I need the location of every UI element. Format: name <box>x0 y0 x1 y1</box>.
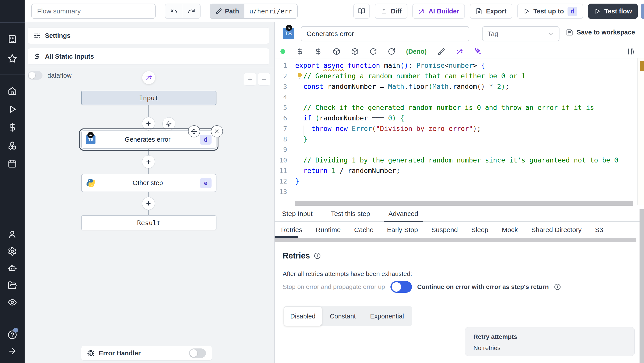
subtab-mock[interactable]: Mock <box>502 222 518 238</box>
flow-input-node[interactable]: Input <box>81 91 216 105</box>
code-line-4[interactable]: 4 <box>274 92 637 102</box>
retry-strategy-exponential[interactable]: Exponential <box>364 313 410 320</box>
error-handler-card[interactable]: Error Handler <box>81 346 212 360</box>
redo-button[interactable] <box>183 4 200 18</box>
library-icon[interactable] <box>627 48 635 56</box>
package-icon[interactable] <box>351 48 359 55</box>
zoom-in-button[interactable] <box>244 73 256 86</box>
deploy-button-partial[interactable] <box>641 4 644 19</box>
move-step-button[interactable] <box>188 125 200 137</box>
flow-summary-input[interactable] <box>31 4 156 19</box>
robot-icon[interactable] <box>6 262 18 275</box>
tag-select[interactable]: Tag <box>482 26 560 41</box>
line-number: 3 <box>274 83 287 90</box>
code-editor[interactable]: 1export async function main(): Promise<n… <box>274 58 644 206</box>
dollar-icon[interactable] <box>314 48 322 55</box>
package-icon[interactable] <box>333 48 340 55</box>
help-icon[interactable] <box>6 328 18 341</box>
error-behavior-toggle[interactable] <box>390 281 412 293</box>
wand-icon[interactable] <box>456 48 463 55</box>
dollar-icon[interactable] <box>6 121 18 134</box>
building-icon[interactable] <box>6 33 18 46</box>
code-line-1[interactable]: 1export async function main(): Promise<n… <box>274 60 637 71</box>
code-line-8[interactable]: 8 } <box>274 134 637 144</box>
gear-icon[interactable] <box>6 245 18 258</box>
code-line-3[interactable]: 3 const randomNumber = Math.floor(Math.r… <box>274 81 637 92</box>
brush-icon[interactable] <box>438 48 445 55</box>
subtab-s3[interactable]: S3 <box>595 222 603 238</box>
path-value[interactable]: u/henri/err <box>244 4 297 18</box>
tab-advanced[interactable]: Advanced <box>387 206 420 222</box>
flow-step-other-step[interactable]: Other step e <box>81 174 216 192</box>
zoom-out-button[interactable] <box>258 73 270 86</box>
flow-ai-wand-button[interactable] <box>142 71 155 84</box>
code-line-13[interactable]: 13 <box>274 186 637 197</box>
path-edit-button[interactable]: Path <box>210 4 244 18</box>
dataflow-toggle[interactable] <box>28 71 42 80</box>
windmill-logo-icon[interactable] <box>5 5 19 18</box>
subtab-shared-directory[interactable]: Shared Directory <box>531 222 582 238</box>
code-line-11[interactable]: 11 return 1 / randomNumber; <box>274 165 637 176</box>
line-number: 5 <box>274 104 287 111</box>
export-button[interactable]: Export <box>470 4 512 19</box>
code-line-12[interactable]: 12} <box>274 176 637 186</box>
subtab-runtime[interactable]: Runtime <box>316 222 341 238</box>
subtab-early-stop[interactable]: Early Stop <box>387 222 418 238</box>
subtab-suspend[interactable]: Suspend <box>431 222 458 238</box>
home-icon[interactable] <box>6 85 18 97</box>
topbar: Path u/henri/err Diff AI Builder Export … <box>24 0 644 22</box>
add-step-button[interactable] <box>142 155 155 168</box>
eye-icon[interactable] <box>6 296 18 309</box>
folder-icon[interactable] <box>6 279 18 292</box>
add-step-button[interactable] <box>142 197 155 210</box>
flow-settings-button[interactable]: Settings <box>28 27 269 44</box>
retry-strategy-disabled[interactable]: Disabled <box>284 307 322 326</box>
info-icon[interactable] <box>554 283 561 290</box>
dollar-icon[interactable] <box>296 48 304 55</box>
tab-test-this-step[interactable]: Test this step <box>330 206 372 222</box>
step-name-input[interactable] <box>301 26 469 41</box>
flow-result-node[interactable]: Result <box>81 215 216 230</box>
subtab-cache[interactable]: Cache <box>354 222 374 238</box>
code-line-5[interactable]: 5 // Check if the generated random numbe… <box>274 102 637 113</box>
code-line-2[interactable]: 2 // Generating a random number that can… <box>274 71 637 81</box>
rotate-icon[interactable] <box>388 48 395 55</box>
cubes-icon[interactable] <box>6 139 18 152</box>
editor-horizontal-scrollbar[interactable] <box>295 201 633 206</box>
subtab-retries[interactable]: Retries <box>281 222 302 238</box>
test-flow-button[interactable]: Test flow <box>588 4 638 19</box>
error-handler-toggle[interactable] <box>189 348 206 358</box>
subtab-sleep[interactable]: Sleep <box>471 222 488 238</box>
ai-builder-button[interactable]: AI Builder <box>412 4 465 19</box>
sparkles-icon[interactable] <box>474 48 482 55</box>
subtabs-scrollbar[interactable] <box>274 238 636 242</box>
tab-step-input[interactable]: Step Input <box>281 206 314 222</box>
save-to-workspace-button[interactable]: Save to workspace <box>566 29 635 36</box>
docs-button[interactable] <box>353 4 370 19</box>
bug-icon <box>87 349 94 357</box>
export-label: Export <box>486 8 506 15</box>
info-icon[interactable] <box>314 252 321 259</box>
undo-button[interactable] <box>165 4 183 18</box>
all-static-inputs-button[interactable]: All Static Inputs <box>28 48 269 65</box>
arrow-right-icon[interactable] <box>6 345 18 357</box>
path-control[interactable]: Path u/henri/err <box>210 4 298 19</box>
code-line-7[interactable]: 7 throw new Error("Division by zero erro… <box>274 123 637 134</box>
user-icon[interactable] <box>6 228 18 241</box>
code-line-6[interactable]: 6 if (randomNumber === 0) { <box>274 113 637 123</box>
add-step-button[interactable] <box>142 117 155 130</box>
star-icon[interactable] <box>6 52 18 65</box>
code-line-10[interactable]: 10 // Dividing 1 by the generated random… <box>274 155 637 165</box>
calendar-icon[interactable] <box>6 157 18 170</box>
add-trigger-button[interactable] <box>162 117 175 130</box>
delete-step-button[interactable] <box>211 125 223 137</box>
code-line-9[interactable]: 9 <box>274 144 637 155</box>
nav-divider <box>0 22 24 23</box>
retry-strategy-constant[interactable]: Constant <box>324 313 362 320</box>
test-up-to-button[interactable]: Test up to d <box>517 4 583 19</box>
panel-vertical-scrollbar[interactable] <box>640 209 644 363</box>
lightbulb-icon[interactable] <box>296 72 303 80</box>
rotate-icon[interactable] <box>370 48 377 55</box>
diff-button[interactable]: Diff <box>375 4 408 19</box>
play-icon[interactable] <box>6 103 18 116</box>
